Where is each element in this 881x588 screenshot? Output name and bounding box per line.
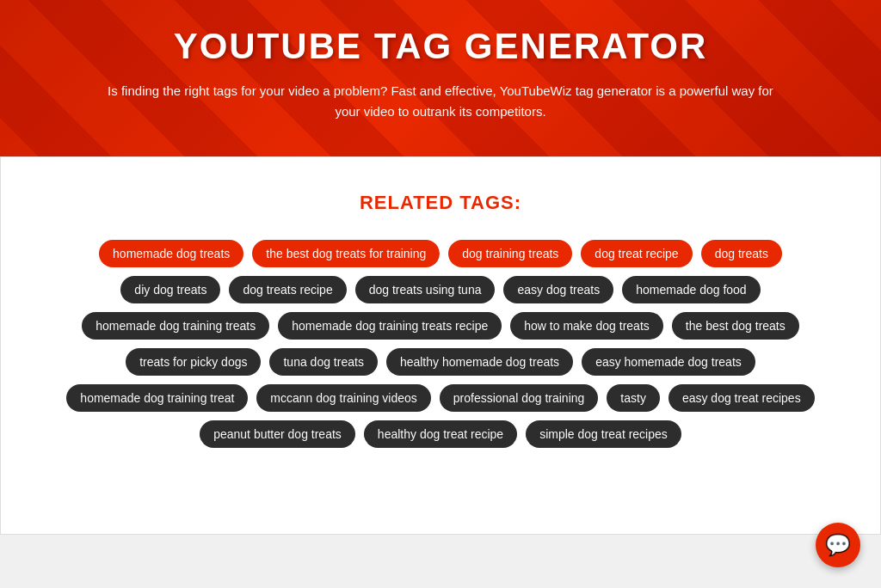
tag-item[interactable]: healthy homemade dog treats: [386, 348, 573, 376]
chat-bubble-button[interactable]: 💬: [816, 523, 860, 567]
tag-item[interactable]: the best dog treats for training: [252, 240, 440, 267]
tag-item[interactable]: tasty: [607, 384, 660, 412]
chat-icon: 💬: [825, 533, 851, 557]
tag-item[interactable]: homemade dog food: [622, 276, 760, 303]
header-section: YOUTUBE TAG GENERATOR Is finding the rig…: [0, 0, 881, 156]
related-tags-heading: RELATED TAGS:: [52, 192, 829, 214]
tag-item[interactable]: homemade dog treats: [99, 240, 243, 267]
tag-item[interactable]: treats for picky dogs: [126, 348, 261, 376]
tag-item[interactable]: professional dog training: [440, 384, 599, 412]
main-content: RELATED TAGS: homemade dog treatsthe bes…: [0, 156, 881, 535]
tag-item[interactable]: tuna dog treats: [269, 348, 377, 376]
tag-item[interactable]: how to make dog treats: [510, 312, 663, 340]
tag-item[interactable]: easy homemade dog treats: [582, 348, 755, 376]
tag-item[interactable]: dog treats using tuna: [355, 276, 496, 303]
tag-item[interactable]: healthy dog treat recipe: [364, 420, 517, 448]
header-subtitle: Is finding the right tags for your video…: [105, 81, 776, 122]
tag-item[interactable]: homemade dog training treats: [82, 312, 269, 340]
tag-item[interactable]: diy dog treats: [120, 276, 220, 303]
tag-item[interactable]: homemade dog training treats recipe: [278, 312, 502, 340]
tag-item[interactable]: simple dog treat recipes: [526, 420, 681, 448]
tags-container: homemade dog treatsthe best dog treats f…: [53, 240, 828, 448]
tag-item[interactable]: homemade dog training treat: [66, 384, 248, 412]
tag-item[interactable]: dog treats: [701, 240, 782, 267]
tag-item[interactable]: peanut butter dog treats: [200, 420, 355, 448]
tag-item[interactable]: dog training treats: [448, 240, 572, 267]
page-title: YOUTUBE TAG GENERATOR: [17, 26, 864, 67]
tag-item[interactable]: the best dog treats: [672, 312, 799, 340]
tag-item[interactable]: mccann dog training videos: [256, 384, 430, 412]
tag-item[interactable]: dog treats recipe: [229, 276, 346, 303]
tag-item[interactable]: dog treat recipe: [581, 240, 692, 267]
tag-item[interactable]: easy dog treats: [503, 276, 613, 303]
tag-item[interactable]: easy dog treat recipes: [668, 384, 815, 412]
